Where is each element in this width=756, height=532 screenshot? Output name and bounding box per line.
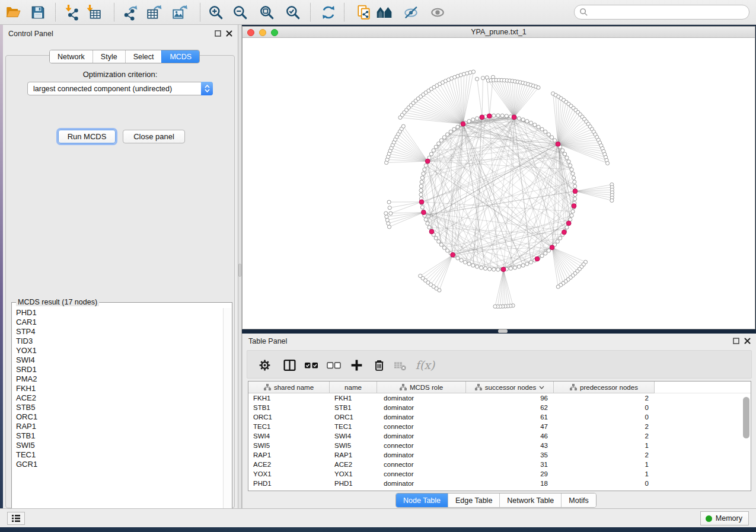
mcds-result-item[interactable]: GCR1 [12,460,223,469]
column-header-name[interactable]: name [330,382,377,393]
column-header-predecessor-nodes[interactable]: predecessor nodes [554,382,655,393]
table-cell[interactable]: dominator [384,412,414,422]
table-cell[interactable]: ACE2 [253,460,271,469]
table-cell[interactable]: RAP1 [253,450,271,460]
table-cell[interactable]: TEC1 [253,422,270,431]
table-cell[interactable]: SWI4 [253,431,270,441]
mcds-result-item[interactable]: SRD1 [12,365,223,374]
mcds-result-item[interactable]: ACE2 [12,393,223,403]
tab-motifs[interactable]: Motifs [561,493,595,507]
mcds-result-item[interactable]: SWI5 [12,441,223,450]
table-cell[interactable]: 1 [613,469,649,479]
import-network-icon[interactable] [63,3,82,22]
table-cell[interactable]: connector [384,469,414,479]
table-cell[interactable]: connector [384,422,414,431]
table-cell[interactable]: 0 [613,403,649,412]
table-cell[interactable]: 43 [512,441,548,450]
column-header-MCDS-role[interactable]: MCDS role [377,382,466,393]
table-cell[interactable]: ORC1 [334,412,353,422]
table-cell[interactable]: connector [384,460,414,469]
table-cell[interactable]: STB1 [334,403,352,412]
table-row[interactable]: STB1STB1dominator620 [248,403,751,412]
delete-column-icon[interactable] [370,356,388,374]
table-cell[interactable]: dominator [384,403,414,412]
table-cell[interactable]: 29 [512,469,548,479]
float-panel-icon[interactable] [214,30,222,37]
mcds-result-item[interactable]: STP4 [12,327,223,336]
table-cell[interactable]: 46 [512,431,548,441]
column-header-shared-name[interactable]: shared name [248,382,330,393]
run-mcds-button[interactable]: Run MCDS [58,130,116,143]
table-cell[interactable]: ORC1 [253,412,272,422]
mcds-result-item[interactable]: YOX1 [12,346,223,355]
table-cell[interactable]: 61 [512,412,548,422]
table-row[interactable]: YOX1YOX1connector291 [248,469,751,479]
close-panel-button[interactable]: Close panel [123,130,185,143]
tab-network[interactable]: Network [50,50,92,63]
save-session-icon[interactable] [28,3,47,22]
mcds-result-item[interactable]: SWI4 [12,355,223,365]
optimization-criterion-select[interactable]: largest connected component (undirected) [27,82,213,95]
first-neighbors-icon[interactable] [375,3,394,22]
table-cell[interactable]: dominator [384,393,414,403]
table-cell[interactable]: 1 [613,460,649,469]
show-all-icon[interactable] [428,3,447,22]
table-cell[interactable]: 0 [613,479,649,488]
export-table-icon[interactable] [145,3,164,22]
open-file-icon[interactable] [4,3,23,22]
zoom-in-icon[interactable] [206,3,225,22]
zoom-fit-icon[interactable] [257,3,276,22]
search-input[interactable] [574,5,749,20]
table-cell[interactable]: dominator [384,450,414,460]
horizontal-splitter-handle[interactable] [498,329,508,333]
hide-selected-icon[interactable] [401,3,420,22]
mcds-result-item[interactable]: TEC1 [12,450,223,460]
mcds-list-scrollbar[interactable] [223,308,231,518]
export-network-icon[interactable] [121,3,140,22]
table-cell[interactable]: 2 [613,393,649,403]
mcds-result-item[interactable]: FKH1 [12,384,223,393]
zoom-selected-icon[interactable] [283,3,302,22]
tab-network-table[interactable]: Network Table [499,493,561,507]
refresh-view-icon[interactable] [319,3,338,22]
table-cell[interactable]: ACE2 [334,460,352,469]
table-cell[interactable]: SWI4 [334,431,351,441]
mcds-result-item[interactable]: PHD1 [12,308,223,318]
table-row[interactable]: RAP1RAP1dominator352 [248,450,751,460]
table-cell[interactable]: SWI5 [334,441,351,450]
mcds-result-item[interactable]: STB5 [12,403,223,412]
column-header-successor-nodes[interactable]: successor nodes [466,382,554,393]
table-cell[interactable]: SWI5 [253,441,270,450]
close-table-panel-icon[interactable] [744,337,751,345]
table-cell[interactable]: 18 [512,479,548,488]
network-view-canvas[interactable] [243,38,755,329]
tab-node-table[interactable]: Node Table [396,493,448,507]
table-cell[interactable]: PHD1 [253,479,272,488]
table-cell[interactable]: PHD1 [334,479,353,488]
zoom-out-icon[interactable] [231,3,250,22]
table-row[interactable]: SWI5SWI5connector431 [248,441,751,450]
table-cell[interactable]: FKH1 [253,393,270,403]
task-history-button[interactable] [7,512,25,525]
table-row[interactable]: FKH1FKH1dominator962 [248,393,751,403]
table-cell[interactable]: connector [384,441,414,450]
table-cell[interactable]: 35 [512,450,548,460]
tab-mcds[interactable]: MCDS [161,50,199,63]
float-table-panel-icon[interactable] [732,337,740,345]
tab-edge-table[interactable]: Edge Table [448,493,499,507]
table-scrollbar-thumb[interactable] [743,397,749,438]
mcds-result-item[interactable]: ORC1 [12,412,223,422]
table-cell[interactable]: TEC1 [334,422,352,431]
export-image-icon[interactable] [170,3,189,22]
mcds-result-item[interactable]: TID3 [12,336,223,346]
table-cell[interactable]: FKH1 [334,393,352,403]
table-cell[interactable]: dominator [384,479,414,488]
tab-select[interactable]: Select [125,50,162,63]
table-cell[interactable]: 2 [613,431,649,441]
add-column-icon[interactable] [347,356,365,374]
close-panel-icon[interactable] [225,30,233,37]
table-row[interactable]: SWI4SWI4dominator462 [248,431,751,441]
table-cell[interactable]: YOX1 [334,469,353,479]
select-all-rows-icon[interactable] [303,356,321,374]
table-row[interactable]: ORC1ORC1dominator610 [248,412,751,422]
